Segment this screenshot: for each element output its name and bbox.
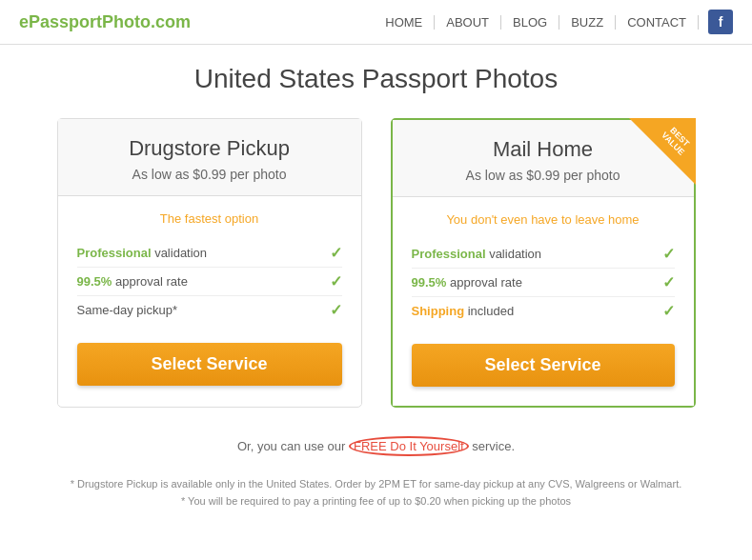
footnotes: * Drugstore Pickup is available only in …	[29, 476, 723, 510]
check-icon: ✓	[330, 272, 342, 290]
mail-home-card-body: You don't even have to leave home Profes…	[393, 197, 694, 406]
diy-text: Or, you can use our FREE Do It Yourself …	[48, 439, 704, 453]
best-value-ribbon: BEST VALUE	[629, 118, 696, 185]
nav-contact[interactable]: CONTACT	[616, 15, 699, 30]
page-title: United States Passport Photos	[29, 64, 723, 94]
check-icon: ✓	[662, 245, 675, 263]
mail-home-select-button[interactable]: Select Service	[412, 344, 675, 387]
list-item: Shipping included ✓	[412, 297, 675, 325]
nav-blog[interactable]: BLOG	[501, 15, 559, 30]
list-item: 99.5% approval rate ✓	[77, 268, 342, 296]
feature-label: Shipping included	[412, 304, 662, 318]
footer-section: Or, you can use our FREE Do It Yourself …	[29, 431, 723, 476]
drugstore-card-body: The fastest option Professional validati…	[58, 196, 361, 405]
diy-link[interactable]: FREE Do It Yourself	[349, 436, 469, 456]
logo-tld: .com	[151, 12, 191, 31]
drugstore-card: Drugstore Pickup As low as $0.99 per pho…	[57, 118, 362, 408]
main-content: United States Passport Photos Drugstore …	[0, 45, 752, 524]
check-icon: ✓	[662, 273, 675, 291]
drugstore-features: Professional validation ✓ 99.5% approval…	[77, 239, 342, 324]
list-item: 99.5% approval rate ✓	[412, 269, 675, 297]
mail-home-card: BEST VALUE Mail Home As low as $0.99 per…	[391, 118, 696, 408]
nav-about[interactable]: ABOUT	[435, 15, 501, 30]
feature-label: 99.5% approval rate	[412, 275, 662, 290]
mail-home-features: Professional validation ✓ 99.5% approval…	[412, 240, 675, 325]
drugstore-tagline: The fastest option	[77, 211, 342, 226]
feature-label: Same-day pickup*	[77, 303, 330, 317]
logo: ePassportPhoto.com	[19, 12, 191, 32]
ribbon-text: BEST VALUE	[652, 118, 696, 165]
feature-highlight: 99.5%	[412, 275, 447, 290]
diy-post: service.	[469, 439, 515, 453]
logo-text: ePassportPhoto	[19, 12, 151, 31]
feature-label: Professional validation	[412, 247, 662, 261]
cards-row: Drugstore Pickup As low as $0.99 per pho…	[29, 118, 723, 408]
diy-pre: Or, you can use our	[237, 439, 349, 453]
footnote-1: * Drugstore Pickup is available only in …	[48, 476, 704, 493]
mail-home-tagline: You don't even have to leave home	[412, 212, 675, 227]
check-icon: ✓	[662, 302, 675, 320]
footnote-2: * You will be required to pay a printing…	[48, 493, 704, 510]
check-icon: ✓	[330, 301, 342, 319]
check-icon: ✓	[330, 244, 342, 262]
drugstore-select-button[interactable]: Select Service	[77, 343, 342, 386]
drugstore-card-header: Drugstore Pickup As low as $0.99 per pho…	[58, 119, 361, 196]
feature-highlight: Professional	[412, 247, 486, 261]
drugstore-price: As low as $0.99 per photo	[77, 167, 342, 182]
nav-buzz[interactable]: BUZZ	[559, 15, 616, 30]
nav-home[interactable]: HOME	[374, 15, 435, 30]
feature-highlight: Professional	[77, 246, 152, 260]
feature-highlight: 99.5%	[77, 274, 112, 289]
feature-label: 99.5% approval rate	[77, 274, 330, 289]
nav: HOME ABOUT BLOG BUZZ CONTACT f	[374, 10, 733, 34]
list-item: Same-day pickup* ✓	[77, 296, 342, 324]
list-item: Professional validation ✓	[412, 240, 675, 269]
facebook-icon[interactable]: f	[708, 10, 733, 34]
drugstore-title: Drugstore Pickup	[77, 136, 342, 161]
list-item: Professional validation ✓	[77, 239, 342, 268]
shipping-highlight: Shipping	[412, 304, 465, 318]
feature-label: Professional validation	[77, 246, 330, 260]
header: ePassportPhoto.com HOME ABOUT BLOG BUZZ …	[0, 0, 752, 45]
